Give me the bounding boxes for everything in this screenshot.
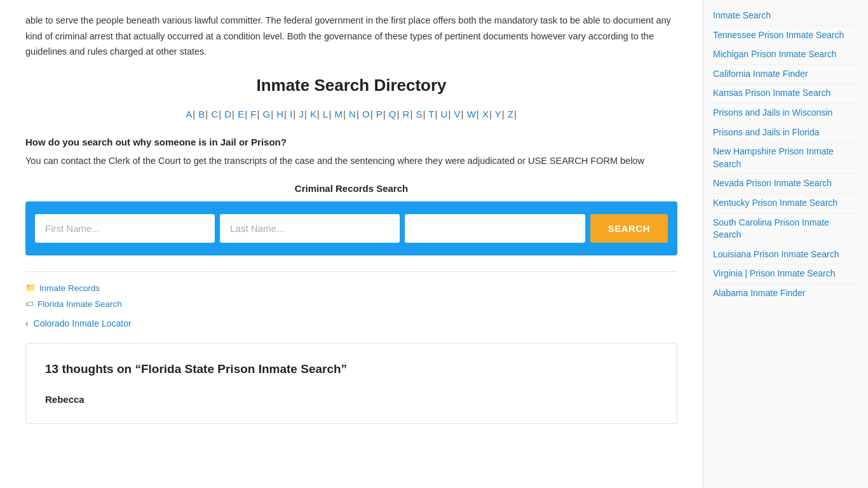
sidebar-link-1[interactable]: Tennessee Prison Inmate Search bbox=[713, 26, 858, 46]
location-input[interactable]: Nationwide bbox=[405, 214, 585, 243]
post-meta: 📁 Inmate Records 🏷 Florida Inmate Search… bbox=[25, 271, 677, 331]
alpha-link-m[interactable]: M bbox=[335, 109, 343, 119]
alpha-link-g[interactable]: G bbox=[263, 109, 271, 119]
sidebar: Inmate SearchTennessee Prison Inmate Sea… bbox=[703, 0, 868, 488]
main-content: able to serve the people beneath various… bbox=[0, 0, 703, 488]
alpha-link-l[interactable]: L bbox=[323, 109, 328, 119]
comments-title: 13 thoughts on “Florida State Prison Inm… bbox=[45, 360, 658, 379]
alpha-link-r[interactable]: R bbox=[403, 109, 410, 119]
tag-icon: 🏷 bbox=[25, 298, 34, 311]
sidebar-link-8[interactable]: Nevada Prison Inmate Search bbox=[713, 174, 858, 194]
faq-answer: You can contact the Clerk of the Court t… bbox=[25, 154, 677, 168]
alpha-link-s[interactable]: S bbox=[416, 109, 423, 119]
sidebar-link-2[interactable]: Michigan Prison Inmate Search bbox=[713, 45, 858, 65]
alpha-link-v[interactable]: V bbox=[454, 109, 461, 119]
alpha-link-f[interactable]: F bbox=[250, 109, 256, 119]
alpha-link-j[interactable]: J bbox=[299, 109, 304, 119]
sidebar-link-6[interactable]: Prisons and Jails in Florida bbox=[713, 123, 858, 143]
search-button[interactable]: SEARCH bbox=[590, 214, 668, 243]
alpha-link-o[interactable]: O bbox=[362, 109, 370, 119]
alpha-link-c[interactable]: C bbox=[211, 109, 218, 119]
alpha-link-p[interactable]: P bbox=[376, 109, 383, 119]
sidebar-link-4[interactable]: Kansas Prison Inmate Search bbox=[713, 84, 858, 104]
alpha-link-u[interactable]: U bbox=[441, 109, 448, 119]
post-nav: ‹ Colorado Inmate Locator bbox=[25, 316, 677, 330]
alpha-link-n[interactable]: N bbox=[349, 109, 356, 119]
search-form: Nationwide SEARCH bbox=[25, 201, 677, 255]
last-name-input[interactable] bbox=[220, 214, 400, 243]
alpha-link-a[interactable]: A bbox=[186, 109, 192, 119]
category-link[interactable]: Inmate Records bbox=[39, 281, 100, 295]
sidebar-link-11[interactable]: Louisiana Prison Inmate Search bbox=[713, 245, 858, 265]
sidebar-link-7[interactable]: New Hampshire Prison Inmate Search bbox=[713, 142, 858, 174]
alpha-link-d[interactable]: D bbox=[224, 109, 231, 119]
first-name-input[interactable] bbox=[35, 214, 215, 243]
sidebar-link-9[interactable]: Kentucky Prison Inmate Search bbox=[713, 194, 858, 214]
sidebar-link-0[interactable]: Inmate Search bbox=[713, 6, 858, 26]
alpha-link-h[interactable]: H bbox=[276, 109, 283, 119]
alpha-link-q[interactable]: Q bbox=[389, 109, 397, 119]
alpha-link-y[interactable]: Y bbox=[495, 109, 501, 119]
alpha-link-k[interactable]: K bbox=[310, 109, 316, 119]
sidebar-link-3[interactable]: California Inmate Finder bbox=[713, 65, 858, 85]
sidebar-link-12[interactable]: Virginia | Prison Inmate Search bbox=[713, 264, 858, 284]
tags-row: 🏷 Florida Inmate Search bbox=[25, 297, 677, 311]
alpha-link-b[interactable]: B bbox=[198, 109, 205, 119]
comment-author-rebecca: Rebecca bbox=[45, 392, 658, 407]
directory-heading: Inmate Search Directory bbox=[25, 72, 677, 99]
sidebar-link-5[interactable]: Prisons and Jails in Wisconsin bbox=[713, 104, 858, 123]
prev-post-link[interactable]: Colorado Inmate Locator bbox=[34, 318, 132, 329]
tag-link[interactable]: Florida Inmate Search bbox=[37, 297, 122, 311]
alpha-link-e[interactable]: E bbox=[238, 109, 244, 119]
sidebar-link-13[interactable]: Alabama Inmate Finder bbox=[713, 284, 858, 303]
alphabet-nav: A| B| C| D| E| F| G| H| I| J| K| L| M| N… bbox=[25, 107, 677, 122]
category-row: 📁 Inmate Records bbox=[25, 281, 677, 295]
comments-section: 13 thoughts on “Florida State Prison Inm… bbox=[25, 343, 677, 423]
alpha-link-i[interactable]: I bbox=[290, 109, 292, 119]
alpha-link-z[interactable]: Z bbox=[508, 109, 513, 119]
intro-text: able to serve the people beneath various… bbox=[25, 13, 677, 60]
alpha-link-w[interactable]: W bbox=[467, 109, 476, 119]
alpha-link-t[interactable]: T bbox=[428, 109, 434, 119]
sidebar-links: Inmate SearchTennessee Prison Inmate Sea… bbox=[713, 6, 858, 303]
search-label: Criminal Records Search bbox=[25, 181, 677, 196]
alpha-link-x[interactable]: X bbox=[482, 109, 489, 119]
prev-arrow: ‹ bbox=[25, 318, 29, 329]
folder-icon: 📁 bbox=[25, 281, 36, 295]
faq-question: How do you search out why someone is in … bbox=[25, 135, 677, 150]
sidebar-link-10[interactable]: South Carolina Prison Inmate Search bbox=[713, 214, 858, 245]
